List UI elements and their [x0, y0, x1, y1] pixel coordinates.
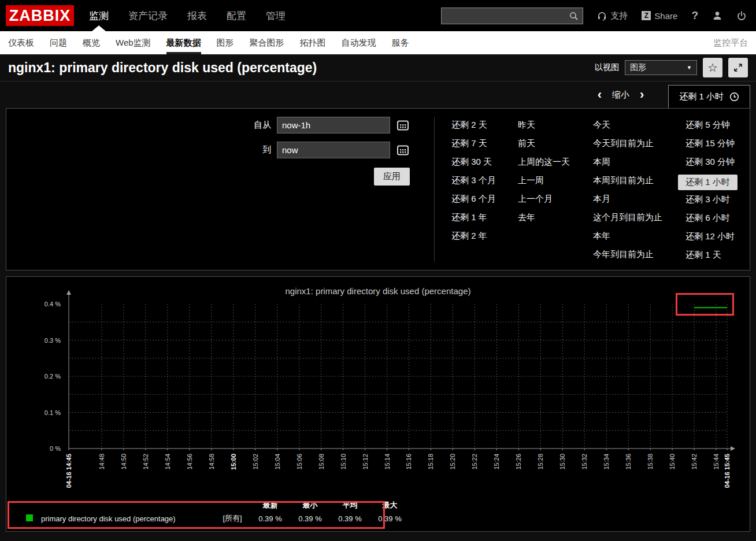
sub-menu-item[interactable]: 最新数据: [166, 31, 201, 54]
quick-range-link[interactable]: 还剩 1 天: [685, 249, 721, 261]
quick-range-link[interactable]: 本月: [593, 193, 610, 205]
svg-text:15:10: 15:10: [340, 454, 347, 470]
svg-text:14:54: 14:54: [164, 454, 171, 470]
quick-range-link[interactable]: 今天: [593, 119, 610, 131]
sub-menu-item[interactable]: 自动发现: [342, 31, 376, 54]
sub-menu-item[interactable]: 图形: [217, 31, 234, 54]
quick-range-link[interactable]: 上一个月: [518, 193, 553, 205]
svg-text:15:02: 15:02: [252, 454, 259, 470]
quick-range-link[interactable]: 还剩 5 分钟: [685, 119, 730, 131]
favorite-button[interactable]: ☆: [703, 58, 722, 77]
quick-range-link[interactable]: 还剩 6 个月: [451, 193, 496, 205]
sub-menu-item[interactable]: 问题: [50, 31, 67, 54]
quick-range-link[interactable]: 还剩 6 小时: [685, 212, 730, 224]
quick-range-link[interactable]: 还剩 30 天: [451, 156, 492, 168]
sub-menu-item[interactable]: 仪表板: [8, 31, 34, 54]
svg-text:15:40: 15:40: [669, 454, 676, 470]
time-forward-button[interactable]: ›: [629, 87, 654, 102]
star-icon: ☆: [707, 61, 718, 75]
quick-range-link[interactable]: 还剩 2 年: [451, 230, 487, 242]
quick-range-link[interactable]: 还剩 2 天: [451, 119, 487, 131]
quick-col-1: 还剩 2 天还剩 7 天还剩 30 天还剩 3 个月还剩 6 个月还剩 1 年还…: [451, 119, 518, 268]
search-input[interactable]: [442, 8, 583, 24]
main-menu-item[interactable]: 管理: [266, 9, 286, 23]
apply-button[interactable]: 应用: [374, 168, 410, 186]
share-link[interactable]: Z Share: [642, 11, 677, 21]
svg-text:15:28: 15:28: [537, 454, 544, 470]
support-label: 支持: [610, 10, 628, 21]
main-menu-item[interactable]: 配置: [227, 9, 246, 23]
quick-range-link[interactable]: 本周到目前为止: [593, 175, 654, 187]
quick-range-link[interactable]: 还剩 1 年: [451, 212, 487, 224]
to-label: 到: [238, 144, 271, 155]
svg-text:15:44: 15:44: [713, 454, 720, 470]
svg-text:04-16 15:45: 04-16 15:45: [724, 454, 731, 488]
quick-range-link[interactable]: 去年: [518, 212, 535, 224]
svg-text:15:42: 15:42: [691, 454, 698, 470]
time-range-tab[interactable]: 还剩 1 小时: [668, 85, 750, 108]
fullscreen-button[interactable]: [728, 58, 748, 77]
chart: 04-16 14:4514:4814:5014:5214:5414:5614:5…: [6, 277, 750, 531]
help-link[interactable]: ?: [691, 9, 698, 22]
quick-range-link[interactable]: 今天到目前为止: [593, 138, 654, 150]
from-input[interactable]: [277, 117, 390, 134]
quick-range-link[interactable]: 今年到目前为止: [593, 249, 654, 261]
svg-text:15:26: 15:26: [515, 454, 522, 470]
quick-range-link[interactable]: 上周的这一天: [518, 156, 570, 168]
svg-text:15:38: 15:38: [647, 454, 654, 470]
sub-menu-item[interactable]: 服务: [392, 31, 409, 54]
time-back-button[interactable]: ‹: [587, 87, 612, 102]
svg-text:15:22: 15:22: [471, 454, 478, 470]
sub-menu-item[interactable]: 聚合图形: [250, 31, 284, 54]
time-filter-form: 自从 到 应用: [238, 117, 411, 194]
platform-label: 监控平台: [713, 38, 748, 49]
svg-text:0.2 %: 0.2 %: [45, 373, 61, 380]
zoom-out-button[interactable]: 缩小: [612, 90, 629, 101]
sub-menu-item[interactable]: 拓扑图: [300, 31, 326, 54]
expand-icon: [733, 63, 743, 72]
sub-menu-item[interactable]: 概览: [83, 31, 100, 54]
view-as-label: 以视图: [595, 62, 619, 73]
to-input[interactable]: [277, 142, 390, 158]
svg-text:0.3 %: 0.3 %: [45, 337, 61, 344]
view-as-select[interactable]: 图形 ▼: [625, 60, 697, 75]
search-icon[interactable]: [569, 11, 579, 21]
svg-text:15:14: 15:14: [384, 454, 391, 470]
sub-menu-item[interactable]: Web监测: [116, 31, 151, 54]
main-menu-item[interactable]: 监测: [89, 9, 109, 23]
time-range-label: 还剩 1 小时: [679, 91, 724, 102]
sub-nav: 仪表板问题概览Web监测最新数据图形聚合图形拓扑图自动发现服务 监控平台: [0, 31, 756, 54]
support-link[interactable]: 支持: [597, 10, 628, 21]
user-profile-button[interactable]: [712, 10, 722, 21]
quick-range-link[interactable]: 还剩 7 天: [451, 138, 487, 150]
svg-text:14:58: 14:58: [208, 454, 215, 470]
to-calendar-button[interactable]: [395, 142, 411, 158]
zabbix-logo[interactable]: ZABBIX: [6, 5, 74, 26]
from-calendar-button[interactable]: [395, 117, 411, 134]
quick-range-link[interactable]: 本年: [593, 230, 610, 242]
svg-text:15:16: 15:16: [405, 454, 412, 470]
quick-range-link[interactable]: 还剩 15 分钟: [685, 138, 735, 150]
top-header: ZABBIX 监测资产记录报表配置管理 支持 Z Share ?: [0, 0, 756, 31]
quick-range-link[interactable]: 还剩 1 小时: [678, 175, 738, 190]
svg-text:15:24: 15:24: [493, 454, 500, 470]
quick-range-link[interactable]: 本周: [593, 156, 610, 168]
header-right: 支持 Z Share ?: [441, 8, 747, 24]
quick-range-link[interactable]: 昨天: [518, 119, 535, 131]
page-title: nginx1: primary directory disk used (per…: [8, 60, 317, 76]
svg-text:15:32: 15:32: [581, 454, 588, 470]
quick-range-link[interactable]: 前天: [518, 138, 535, 150]
quick-range-link[interactable]: 上一周: [518, 175, 544, 187]
quick-range-link[interactable]: 还剩 3 个月: [451, 175, 496, 187]
svg-text:15:36: 15:36: [625, 454, 632, 470]
quick-range-link[interactable]: 还剩 3 小时: [685, 194, 730, 206]
quick-range-link[interactable]: 还剩 12 小时: [685, 231, 735, 243]
main-menu-item[interactable]: 报表: [187, 9, 207, 23]
quick-range-link[interactable]: 还剩 30 分钟: [685, 156, 735, 168]
zabbix-share-icon: Z: [642, 11, 651, 20]
quick-range-link[interactable]: 这个月到目前为止: [593, 212, 662, 224]
main-menu-item[interactable]: 资产记录: [128, 9, 168, 23]
logout-button[interactable]: [736, 10, 747, 21]
svg-text:14:50: 14:50: [120, 454, 127, 470]
svg-text:15:00: 15:00: [230, 454, 237, 470]
